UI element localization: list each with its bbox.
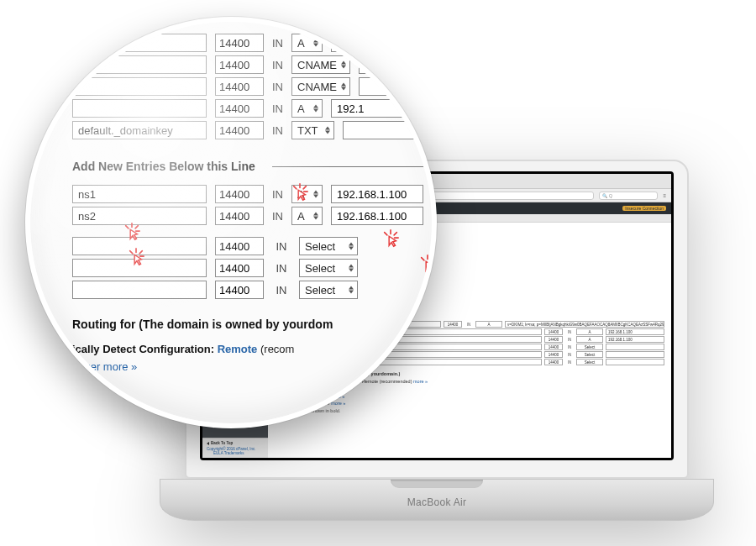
magnifier-lens: INAINCNAMEINCNAMEINAINTXT Add New Entrie… bbox=[25, 17, 437, 428]
chevron-updown-icon bbox=[313, 105, 318, 113]
chevron-updown-icon bbox=[313, 213, 318, 220]
dns-name-input[interactable] bbox=[72, 99, 207, 118]
dns-ttl-input[interactable] bbox=[215, 121, 264, 139]
dns-class: IN bbox=[272, 37, 283, 50]
dns-row: INSelect bbox=[72, 281, 423, 299]
dns-value-input[interactable] bbox=[331, 99, 423, 118]
dns-type-select[interactable]: Select bbox=[299, 237, 358, 255]
dns-type-select[interactable]: A bbox=[291, 185, 323, 203]
dns-value-input[interactable] bbox=[359, 55, 437, 74]
dns-value-input[interactable] bbox=[331, 34, 423, 52]
dns-class: IN bbox=[272, 284, 291, 297]
auto-detect-line: ically Detect Configuration: Remote (rec… bbox=[72, 343, 423, 355]
trademarks-link[interactable]: EULA Trademarks bbox=[213, 451, 264, 455]
dns-value-input[interactable] bbox=[359, 77, 437, 96]
dns-name-input[interactable] bbox=[72, 259, 207, 277]
dns-type-select[interactable]: Select bbox=[299, 281, 358, 299]
dns-value[interactable]: v=DKIM1; k=rsa; p=MIIBIjANBgkqhkiG9w0BAQ… bbox=[505, 321, 664, 328]
add-new-heading: Add New Entries Below this Line bbox=[72, 160, 423, 173]
dns-class: IN bbox=[272, 102, 283, 115]
dns-ttl-input[interactable] bbox=[215, 237, 264, 255]
remote-link[interactable]: Remote bbox=[218, 343, 258, 355]
chevron-updown-icon bbox=[341, 83, 346, 91]
dns-ttl-input[interactable] bbox=[215, 34, 264, 52]
more-link[interactable]: more » bbox=[413, 379, 428, 384]
dns-row: INCNAME bbox=[72, 77, 423, 96]
dns-name-input[interactable] bbox=[72, 237, 207, 255]
dns-type-select[interactable]: A bbox=[291, 99, 323, 118]
dns-row: INA bbox=[72, 185, 423, 203]
zoom-content: INAINCNAMEINCNAMEINAINTXT Add New Entrie… bbox=[72, 40, 423, 391]
dns-ttl-input[interactable] bbox=[215, 281, 264, 299]
routing-heading: Routing for (The domain is owned by your… bbox=[72, 318, 423, 331]
dns-class: IN bbox=[272, 210, 283, 223]
chevron-updown-icon bbox=[313, 191, 318, 198]
dns-ttl-input[interactable] bbox=[215, 55, 264, 74]
dns-row: INTXT bbox=[72, 121, 423, 139]
laptop-notch bbox=[391, 480, 483, 488]
dns-class: IN bbox=[272, 59, 283, 71]
menu-icon[interactable]: ≡ bbox=[663, 193, 666, 198]
dns-row: INSelect bbox=[72, 259, 423, 277]
dns-name-input[interactable] bbox=[72, 121, 207, 139]
sidebar-footer: Back To Top Copyright© 2016 cPanel, Inc.… bbox=[202, 438, 268, 458]
chevron-updown-icon bbox=[313, 39, 318, 47]
dns-name-input[interactable] bbox=[72, 77, 207, 96]
dns-ttl-input[interactable] bbox=[215, 77, 264, 96]
dns-ttl-input[interactable] bbox=[215, 259, 264, 277]
chevron-updown-icon bbox=[341, 61, 346, 69]
dns-ttl-input[interactable] bbox=[215, 99, 264, 118]
dns-row: INSelect bbox=[72, 237, 423, 255]
dns-value-input[interactable] bbox=[331, 185, 423, 203]
device-label: MacBook Air bbox=[407, 496, 467, 508]
dns-class: IN bbox=[272, 262, 291, 275]
dns-row: INA bbox=[72, 34, 423, 52]
arrow-left-icon bbox=[207, 442, 209, 445]
chevron-updown-icon bbox=[349, 243, 354, 250]
dns-ttl-input[interactable] bbox=[215, 185, 264, 203]
search-input[interactable]: 🔍 Q bbox=[599, 192, 658, 200]
laptop-base: MacBook Air bbox=[160, 479, 714, 521]
dns-name-input[interactable] bbox=[72, 34, 207, 52]
dns-name-input[interactable] bbox=[72, 185, 207, 203]
chevron-updown-icon bbox=[349, 286, 354, 294]
dns-type-select[interactable]: A bbox=[291, 207, 323, 225]
dns-row: INA bbox=[72, 99, 423, 118]
dns-type-select[interactable]: TXT bbox=[291, 121, 334, 139]
dns-class: IN bbox=[272, 81, 283, 93]
dns-name-input[interactable] bbox=[72, 207, 207, 225]
dns-type[interactable]: A bbox=[475, 321, 502, 328]
back-to-top[interactable]: Back To Top bbox=[207, 441, 264, 445]
dns-ttl-input[interactable] bbox=[215, 207, 264, 225]
dns-type-select[interactable]: Select bbox=[299, 259, 358, 277]
dns-name-input[interactable] bbox=[72, 281, 207, 299]
dns-type-select[interactable]: A bbox=[291, 34, 323, 52]
dns-row: INA bbox=[72, 207, 423, 225]
search-icon: 🔍 bbox=[602, 193, 607, 198]
dns-ttl[interactable]: 14400 bbox=[444, 321, 462, 328]
more-link[interactable]: anger more » bbox=[72, 360, 423, 373]
dns-value-input[interactable] bbox=[331, 207, 423, 225]
dns-name-input[interactable] bbox=[72, 55, 207, 74]
chevron-updown-icon bbox=[349, 265, 354, 272]
dns-class: IN bbox=[272, 188, 283, 201]
svg-line-19 bbox=[431, 258, 433, 260]
dns-class: IN bbox=[272, 240, 291, 253]
dns-value-input[interactable] bbox=[343, 121, 435, 139]
chevron-updown-icon bbox=[325, 127, 330, 134]
insecure-badge[interactable]: Insecure Connection bbox=[622, 206, 666, 211]
dns-row: INCNAME bbox=[72, 55, 423, 74]
dns-class: IN bbox=[272, 124, 283, 137]
dns-type-select[interactable]: CNAME bbox=[291, 77, 350, 96]
dns-type-select[interactable]: CNAME bbox=[291, 55, 350, 74]
more-link[interactable]: more » bbox=[331, 401, 345, 406]
